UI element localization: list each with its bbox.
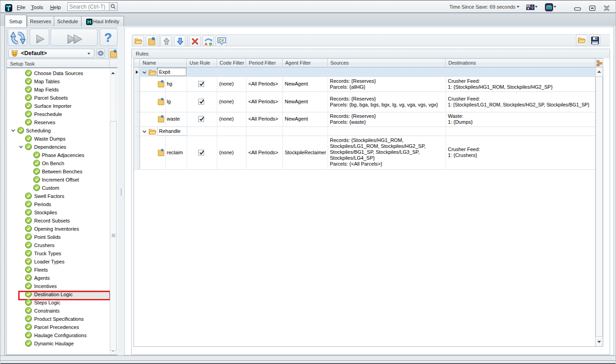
svg-text:A: A [205,42,208,46]
svg-text:B: B [209,42,212,46]
svg-text:C#: C# [219,38,224,43]
